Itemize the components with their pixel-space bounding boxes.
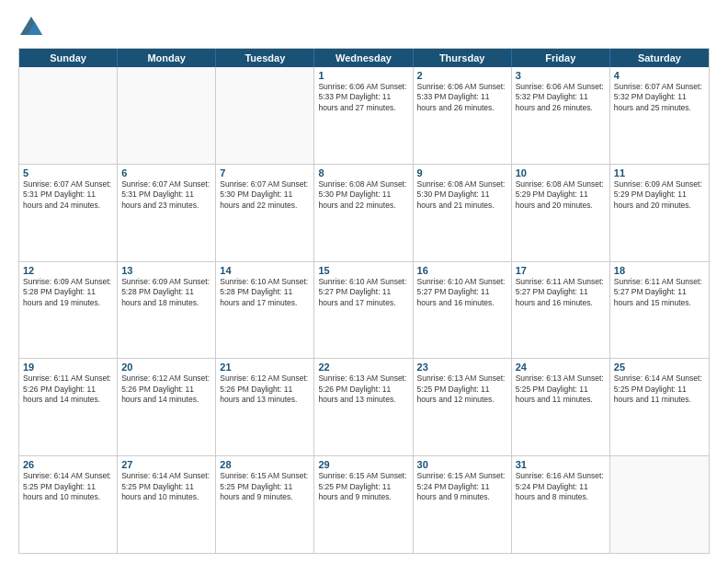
day-info: Sunrise: 6:11 AM Sunset: 5:26 PM Dayligh…: [23, 373, 113, 405]
day-info: Sunrise: 6:10 AM Sunset: 5:27 PM Dayligh…: [417, 277, 507, 308]
week-row-2: 5Sunrise: 6:07 AM Sunset: 5:31 PM Daylig…: [19, 164, 709, 261]
header: [18, 15, 710, 40]
day-number: 31: [516, 459, 606, 470]
day-info: Sunrise: 6:10 AM Sunset: 5:27 PM Dayligh…: [318, 277, 408, 308]
day-cell: 12Sunrise: 6:09 AM Sunset: 5:28 PM Dayli…: [19, 262, 118, 359]
day-info: Sunrise: 6:10 AM Sunset: 5:28 PM Dayligh…: [220, 277, 310, 308]
day-cell: 8Sunrise: 6:08 AM Sunset: 5:30 PM Daylig…: [314, 165, 413, 261]
day-number: 11: [614, 167, 705, 178]
day-cell: 7Sunrise: 6:07 AM Sunset: 5:30 PM Daylig…: [216, 165, 314, 261]
day-info: Sunrise: 6:09 AM Sunset: 5:28 PM Dayligh…: [23, 277, 113, 308]
day-cell: 20Sunrise: 6:12 AM Sunset: 5:26 PM Dayli…: [118, 359, 216, 455]
day-header-saturday: Saturday: [610, 49, 709, 67]
calendar: SundayMondayTuesdayWednesdayThursdayFrid…: [18, 48, 710, 554]
day-info: Sunrise: 6:14 AM Sunset: 5:25 PM Dayligh…: [121, 471, 211, 502]
day-info: Sunrise: 6:06 AM Sunset: 5:33 PM Dayligh…: [417, 82, 507, 113]
day-number: 19: [23, 362, 113, 373]
day-number: 27: [121, 459, 211, 470]
day-info: Sunrise: 6:15 AM Sunset: 5:24 PM Dayligh…: [417, 471, 507, 502]
day-number: 20: [121, 362, 211, 373]
day-number: 13: [121, 265, 211, 276]
day-cell: 31Sunrise: 6:16 AM Sunset: 5:24 PM Dayli…: [512, 456, 610, 553]
day-cell: 10Sunrise: 6:08 AM Sunset: 5:29 PM Dayli…: [512, 165, 610, 261]
day-cell: 9Sunrise: 6:08 AM Sunset: 5:30 PM Daylig…: [414, 165, 512, 261]
day-number: 10: [516, 167, 606, 178]
day-number: 8: [318, 167, 408, 178]
day-cell: 11Sunrise: 6:09 AM Sunset: 5:29 PM Dayli…: [610, 165, 709, 261]
day-header-thursday: Thursday: [414, 49, 512, 67]
day-number: 17: [516, 265, 606, 276]
day-cell: 14Sunrise: 6:10 AM Sunset: 5:28 PM Dayli…: [216, 262, 314, 359]
day-cell: 25Sunrise: 6:14 AM Sunset: 5:25 PM Dayli…: [610, 359, 709, 455]
day-number: 23: [417, 362, 507, 373]
weeks: 1Sunrise: 6:06 AM Sunset: 5:33 PM Daylig…: [19, 67, 709, 553]
week-row-1: 1Sunrise: 6:06 AM Sunset: 5:33 PM Daylig…: [19, 67, 709, 164]
day-number: 28: [220, 459, 310, 470]
day-cell: 4Sunrise: 6:07 AM Sunset: 5:32 PM Daylig…: [610, 67, 709, 164]
day-info: Sunrise: 6:07 AM Sunset: 5:30 PM Dayligh…: [220, 179, 310, 211]
day-number: 6: [121, 167, 211, 178]
day-number: 29: [318, 459, 408, 470]
day-header-friday: Friday: [512, 49, 610, 67]
day-number: 22: [318, 362, 408, 373]
day-number: 30: [417, 459, 507, 470]
day-info: Sunrise: 6:16 AM Sunset: 5:24 PM Dayligh…: [516, 471, 606, 502]
day-info: Sunrise: 6:14 AM Sunset: 5:25 PM Dayligh…: [614, 373, 705, 405]
day-cell: 26Sunrise: 6:14 AM Sunset: 5:25 PM Dayli…: [19, 456, 118, 553]
day-info: Sunrise: 6:06 AM Sunset: 5:33 PM Dayligh…: [318, 82, 408, 113]
day-header-sunday: Sunday: [19, 49, 118, 67]
day-info: Sunrise: 6:15 AM Sunset: 5:25 PM Dayligh…: [220, 471, 310, 502]
day-info: Sunrise: 6:12 AM Sunset: 5:26 PM Dayligh…: [220, 373, 310, 405]
day-info: Sunrise: 6:09 AM Sunset: 5:28 PM Dayligh…: [121, 277, 211, 308]
day-info: Sunrise: 6:13 AM Sunset: 5:26 PM Dayligh…: [318, 373, 408, 405]
day-header-wednesday: Wednesday: [314, 49, 413, 67]
day-cell: 1Sunrise: 6:06 AM Sunset: 5:33 PM Daylig…: [314, 67, 413, 164]
day-number: 9: [417, 167, 507, 178]
day-cell: 24Sunrise: 6:13 AM Sunset: 5:25 PM Dayli…: [512, 359, 610, 455]
page: SundayMondayTuesdayWednesdayThursdayFrid…: [0, 0, 728, 563]
day-info: Sunrise: 6:08 AM Sunset: 5:30 PM Dayligh…: [417, 179, 507, 211]
day-cell: 23Sunrise: 6:13 AM Sunset: 5:25 PM Dayli…: [414, 359, 512, 455]
day-cell: 17Sunrise: 6:11 AM Sunset: 5:27 PM Dayli…: [512, 262, 610, 359]
day-cell: 22Sunrise: 6:13 AM Sunset: 5:26 PM Dayli…: [314, 359, 413, 455]
day-cell: 28Sunrise: 6:15 AM Sunset: 5:25 PM Dayli…: [216, 456, 314, 553]
day-info: Sunrise: 6:07 AM Sunset: 5:31 PM Dayligh…: [23, 179, 113, 211]
day-number: 4: [614, 70, 705, 81]
day-number: 18: [614, 265, 705, 276]
logo: [18, 15, 48, 40]
day-number: 26: [23, 459, 113, 470]
day-info: Sunrise: 6:13 AM Sunset: 5:25 PM Dayligh…: [516, 373, 606, 405]
day-cell: 27Sunrise: 6:14 AM Sunset: 5:25 PM Dayli…: [118, 456, 216, 553]
day-info: Sunrise: 6:07 AM Sunset: 5:32 PM Dayligh…: [614, 82, 705, 113]
day-number: 25: [614, 362, 705, 373]
day-info: Sunrise: 6:07 AM Sunset: 5:31 PM Dayligh…: [121, 179, 211, 211]
day-info: Sunrise: 6:15 AM Sunset: 5:25 PM Dayligh…: [318, 471, 408, 502]
day-header-monday: Monday: [118, 49, 216, 67]
day-cell: 3Sunrise: 6:06 AM Sunset: 5:32 PM Daylig…: [512, 67, 610, 164]
day-number: 15: [318, 265, 408, 276]
day-info: Sunrise: 6:08 AM Sunset: 5:30 PM Dayligh…: [318, 179, 408, 211]
day-headers: SundayMondayTuesdayWednesdayThursdayFrid…: [19, 49, 709, 67]
day-cell: 29Sunrise: 6:15 AM Sunset: 5:25 PM Dayli…: [314, 456, 413, 553]
day-info: Sunrise: 6:08 AM Sunset: 5:29 PM Dayligh…: [516, 179, 606, 211]
day-header-tuesday: Tuesday: [216, 49, 314, 67]
day-info: Sunrise: 6:13 AM Sunset: 5:25 PM Dayligh…: [417, 373, 507, 405]
day-cell: 2Sunrise: 6:06 AM Sunset: 5:33 PM Daylig…: [414, 67, 512, 164]
day-cell: [19, 67, 118, 164]
day-cell: [216, 67, 314, 164]
day-number: 5: [23, 167, 113, 178]
day-cell: 19Sunrise: 6:11 AM Sunset: 5:26 PM Dayli…: [19, 359, 118, 455]
day-number: 2: [417, 70, 507, 81]
day-cell: 6Sunrise: 6:07 AM Sunset: 5:31 PM Daylig…: [118, 165, 216, 261]
week-row-3: 12Sunrise: 6:09 AM Sunset: 5:28 PM Dayli…: [19, 261, 709, 359]
day-number: 12: [23, 265, 113, 276]
day-cell: [118, 67, 216, 164]
day-number: 1: [318, 70, 408, 81]
day-info: Sunrise: 6:14 AM Sunset: 5:25 PM Dayligh…: [23, 471, 113, 502]
day-info: Sunrise: 6:06 AM Sunset: 5:32 PM Dayligh…: [516, 82, 606, 113]
day-cell: 30Sunrise: 6:15 AM Sunset: 5:24 PM Dayli…: [414, 456, 512, 553]
day-cell: 13Sunrise: 6:09 AM Sunset: 5:28 PM Dayli…: [118, 262, 216, 359]
day-cell: 5Sunrise: 6:07 AM Sunset: 5:31 PM Daylig…: [19, 165, 118, 261]
day-cell: [610, 456, 709, 553]
day-cell: 15Sunrise: 6:10 AM Sunset: 5:27 PM Dayli…: [314, 262, 413, 359]
